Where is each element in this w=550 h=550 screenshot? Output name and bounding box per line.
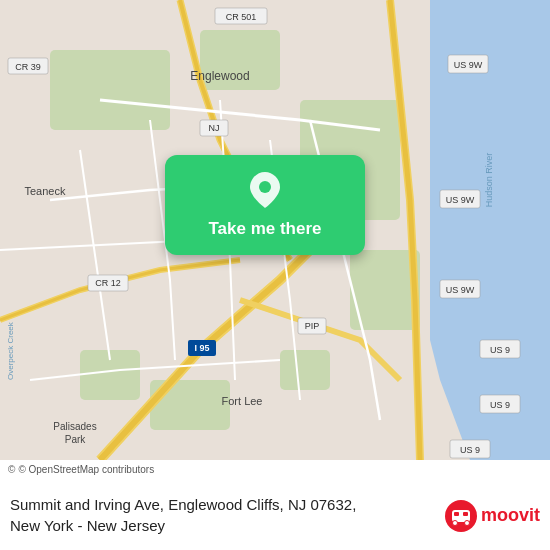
svg-text:US 9: US 9	[490, 345, 510, 355]
address-text: Summit and Irving Ave, Englewood Cliffs,…	[10, 495, 435, 536]
svg-rect-48	[463, 512, 468, 516]
address-line1: Summit and Irving Ave, Englewood Cliffs,…	[10, 496, 356, 513]
svg-text:Fort Lee: Fort Lee	[222, 395, 263, 407]
svg-text:Palisades: Palisades	[53, 421, 96, 432]
svg-text:US 9W: US 9W	[446, 285, 475, 295]
svg-text:US 9: US 9	[460, 445, 480, 455]
svg-text:PIP: PIP	[305, 321, 320, 331]
svg-text:CR 39: CR 39	[15, 62, 41, 72]
osm-credit-text: © OpenStreetMap contributors	[18, 464, 154, 475]
moovit-bus-icon	[445, 500, 477, 532]
svg-text:Overpeck Creek: Overpeck Creek	[6, 321, 15, 380]
svg-text:US 9: US 9	[490, 400, 510, 410]
moovit-logo: moovit	[445, 500, 540, 532]
svg-text:CR 501: CR 501	[226, 12, 257, 22]
svg-point-44	[259, 181, 271, 193]
svg-rect-4	[50, 50, 170, 130]
svg-text:NJ: NJ	[209, 123, 220, 133]
footer: © © OpenStreetMap contributors Summit an…	[0, 460, 550, 550]
copyright-icon: ©	[8, 464, 15, 475]
svg-text:Englewood: Englewood	[190, 69, 249, 83]
take-me-there-button[interactable]: Take me there	[165, 155, 365, 255]
svg-text:US 9W: US 9W	[446, 195, 475, 205]
svg-text:Park: Park	[65, 434, 87, 445]
svg-text:Hudson River: Hudson River	[484, 153, 494, 208]
svg-point-50	[464, 520, 469, 525]
svg-rect-47	[454, 512, 459, 516]
svg-text:CR 12: CR 12	[95, 278, 121, 288]
svg-text:US 9W: US 9W	[454, 60, 483, 70]
svg-rect-10	[280, 350, 330, 390]
svg-point-49	[452, 520, 457, 525]
address-line2: New York - New Jersey	[10, 517, 165, 534]
take-me-there-label: Take me there	[208, 219, 321, 239]
location-pin-icon	[250, 172, 280, 213]
svg-text:I 95: I 95	[194, 343, 209, 353]
moovit-text: moovit	[481, 505, 540, 526]
map-container: CR 501 CR 39 US 9W US 9W US 9W NJ 9W I 9…	[0, 0, 550, 460]
address-row: Summit and Irving Ave, Englewood Cliffs,…	[0, 475, 550, 550]
svg-text:Teaneck: Teaneck	[25, 185, 66, 197]
osm-credit: © © OpenStreetMap contributors	[0, 460, 550, 475]
